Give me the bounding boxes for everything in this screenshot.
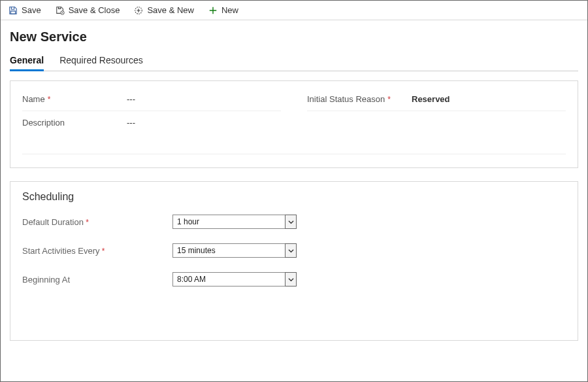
save-new-label: Save & New	[147, 5, 194, 15]
required-indicator: *	[99, 247, 105, 256]
initial-status-label: Initial Status Reason	[307, 94, 385, 104]
description-value: ---	[127, 118, 294, 128]
description-label: Description	[22, 118, 65, 128]
required-indicator: *	[387, 95, 391, 104]
beginning-at-select[interactable]: 8:00 AM	[172, 272, 297, 286]
page-title: New Service	[10, 29, 578, 44]
save-close-button[interactable]: Save & Close	[56, 5, 120, 15]
tab-required-resources-label: Required Resources	[59, 55, 143, 65]
scheduling-panel: Scheduling Default Duration * 1 hour Sta…	[10, 181, 578, 341]
default-duration-select[interactable]: 1 hour	[172, 215, 297, 229]
required-indicator: *	[84, 218, 89, 227]
command-bar: Save Save & Close Save & New New	[1, 1, 587, 20]
save-label: Save	[22, 5, 41, 15]
tab-general[interactable]: General	[10, 51, 44, 71]
new-label: New	[221, 5, 238, 15]
name-value: ---	[127, 94, 281, 104]
required-indicator: *	[48, 95, 51, 104]
general-panel: Name * --- Initial Status Reason * Reser…	[10, 80, 578, 168]
chevron-down-icon[interactable]	[285, 272, 297, 286]
start-every-label: Start Activities Every	[22, 246, 99, 256]
tab-required-resources[interactable]: Required Resources	[59, 51, 143, 71]
initial-status-field[interactable]: Initial Status Reason * Reserved	[307, 88, 566, 111]
chevron-down-icon[interactable]	[285, 243, 297, 258]
start-every-select[interactable]: 15 minutes	[172, 243, 297, 258]
save-button[interactable]: Save	[8, 5, 41, 15]
divider	[22, 154, 566, 154]
default-duration-value: 1 hour	[177, 217, 199, 226]
save-new-button[interactable]: Save & New	[134, 5, 194, 15]
save-icon	[8, 6, 18, 15]
name-label: Name	[22, 94, 45, 104]
beginning-at-value: 8:00 AM	[177, 275, 206, 284]
new-button[interactable]: New	[208, 5, 238, 15]
save-close-label: Save & Close	[69, 5, 120, 15]
name-field[interactable]: Name * ---	[22, 88, 281, 111]
save-close-icon	[56, 6, 65, 15]
beginning-at-label: Beginning At	[22, 275, 70, 285]
start-every-value: 15 minutes	[177, 246, 216, 255]
scheduling-title: Scheduling	[22, 191, 566, 203]
initial-status-value: Reserved	[412, 94, 566, 104]
plus-icon	[208, 6, 218, 15]
tab-general-label: General	[10, 55, 44, 65]
tab-bar: General Required Resources	[10, 51, 578, 71]
description-field[interactable]: Description ---	[22, 111, 294, 134]
default-duration-label: Default Duration	[22, 217, 84, 227]
save-new-icon	[134, 6, 143, 15]
chevron-down-icon[interactable]	[285, 215, 297, 229]
